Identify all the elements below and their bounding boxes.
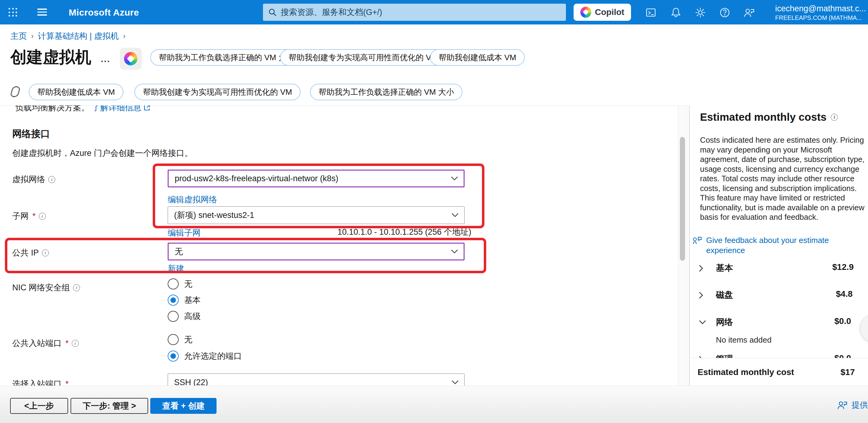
copilot-outline-icon	[8, 84, 23, 99]
previous-step-button[interactable]: <上一步	[10, 398, 68, 414]
subnet-dropdown[interactable]: (新项) snet-westus2-1	[168, 206, 465, 224]
scrollbar-thumb[interactable]	[680, 137, 685, 261]
radio-selected-icon	[168, 350, 179, 362]
cost-panel-description: Costs indicated here are estimates only.…	[700, 135, 868, 222]
next-step-button[interactable]: 下一步: 管理 >	[70, 398, 148, 414]
breadcrumb: 主页 › 计算基础结构 | 虚拟机 ›	[10, 31, 126, 41]
external-link-icon	[143, 106, 151, 112]
azure-portal: Microsoft Azure 搜索资源、服务和文档(G+/) Copilot	[0, 0, 868, 423]
suggestion-pill-low-cost[interactable]: 帮助我创建低成本 VM	[430, 49, 525, 66]
learn-more-link[interactable]: 了解详细信息	[92, 106, 142, 113]
brand-title: Microsoft Azure	[69, 7, 139, 18]
cost-row-disk[interactable]: 磁盘 $4.8	[691, 289, 868, 301]
panel-divider	[689, 106, 690, 386]
public-ip-dropdown[interactable]: 无	[168, 243, 465, 260]
public-ip-label: 公共 IP	[12, 247, 49, 258]
total-cost-label: Estimated monthly cost	[698, 367, 794, 377]
chevron-down-icon	[451, 249, 458, 254]
vnet-dropdown[interactable]: prod-usw2-k8s-freeleaps-virtual-networ (…	[168, 170, 465, 187]
suggestion-pill-vm-size-2[interactable]: 帮助我为工作负载选择正确的 VM 大小	[310, 84, 462, 100]
feedback-person-icon[interactable]	[743, 6, 755, 19]
account-email: icecheng@mathmast.c...	[775, 4, 868, 14]
feedback-person-icon	[837, 400, 848, 410]
radio-selected-icon	[168, 294, 179, 306]
inbound-option-allow-selected[interactable]: 允许选定的端口	[168, 350, 242, 362]
suggestion-pill-high-availability[interactable]: 帮助我创建专为实现高可用性而优化的 VM	[280, 49, 446, 66]
radio-icon	[168, 334, 179, 345]
nsg-option-basic[interactable]: 基本	[168, 294, 201, 306]
inbound-ports-label: 公共入站端口*	[12, 338, 79, 349]
intro-text-clipped: 负载均衡解决方案。	[15, 106, 90, 113]
chevron-down-icon	[451, 176, 458, 181]
radio-icon	[168, 278, 179, 289]
cost-row-basic[interactable]: 基本 $12.9	[691, 262, 868, 275]
settings-gear-icon[interactable]	[694, 6, 707, 19]
copilot-tile-button[interactable]	[120, 48, 142, 70]
info-icon[interactable]	[73, 284, 80, 291]
info-icon[interactable]	[72, 340, 79, 347]
edit-vnet-link[interactable]: 编辑虚拟网络	[168, 194, 217, 205]
chevron-down-icon	[452, 213, 459, 218]
notifications-bell-icon[interactable]	[670, 6, 682, 19]
more-menu-button[interactable]: ...	[101, 54, 110, 64]
section-title: 网络接口	[12, 128, 50, 140]
app-launcher-icon[interactable]	[8, 8, 18, 17]
suggestion-pill-low-cost-2[interactable]: 帮助我创建低成本 VM	[29, 84, 123, 100]
form-scroll-area: 负载均衡解决方案。 了解详细信息 网络接口 创建虚拟机时，Azure 门户会创建…	[0, 106, 677, 386]
chevron-right-icon	[698, 291, 704, 300]
suggestion-pill-high-availability-2[interactable]: 帮助我创建专为实现高可用性而优化的 VM	[134, 84, 301, 100]
account-tenant: FREELEAPS.COM (MATHMA...	[775, 14, 868, 22]
select-ports-value: SSH (22)	[174, 378, 208, 386]
subnet-address-range: 10.10.1.0 - 10.10.1.255 (256 个地址)	[338, 226, 471, 237]
cost-panel-separator	[691, 358, 868, 358]
nsg-option-advanced[interactable]: 高级	[168, 311, 201, 322]
info-icon[interactable]	[42, 249, 49, 256]
select-ports-dropdown[interactable]: SSH (22)	[168, 373, 465, 386]
public-ip-value: 无	[175, 246, 183, 257]
global-search-input[interactable]: 搜索资源、服务和文档(G+/)	[263, 4, 566, 21]
info-icon[interactable]	[48, 176, 55, 183]
page-title: 创建虚拟机	[10, 47, 91, 68]
info-icon[interactable]	[831, 114, 838, 121]
chevron-down-icon	[698, 319, 707, 325]
copilot-button[interactable]: Copilot	[574, 4, 631, 21]
radio-icon	[168, 311, 179, 322]
cost-row-manage-clipped[interactable]: 管理 $0.0	[691, 353, 868, 358]
review-create-button[interactable]: 查看 + 创建	[150, 398, 217, 414]
inbound-option-none[interactable]: 无	[168, 334, 192, 345]
copilot-logo-icon	[124, 52, 137, 65]
cost-network-note: No items added	[716, 335, 772, 345]
estimated-costs-panel: Estimated monthly costs Costs indicated …	[691, 106, 868, 386]
give-feedback-link[interactable]: Give feedback about your estimate experi…	[692, 235, 834, 255]
search-placeholder: 搜索资源、服务和文档(G+/)	[281, 7, 382, 18]
vnet-value: prod-usw2-k8s-freeleaps-virtual-networ (…	[175, 174, 338, 184]
vnet-label: 虚拟网络	[12, 174, 55, 185]
select-ports-label: 选择入站端口*	[12, 378, 69, 386]
cost-panel-title: Estimated monthly costs	[700, 111, 838, 123]
total-cost-value: $17	[840, 367, 859, 377]
breadcrumb-separator: ›	[31, 32, 34, 40]
help-icon[interactable]	[718, 6, 731, 19]
breadcrumb-home[interactable]: 主页	[10, 31, 27, 41]
subnet-value: (新项) snet-westus2-1	[174, 210, 254, 221]
hamburger-menu-icon[interactable]	[37, 8, 47, 16]
chevron-down-icon	[452, 380, 459, 385]
nsg-label: NIC 网络安全组	[12, 282, 80, 293]
wizard-footer: <上一步 下一步: 管理 > 查看 + 创建 提供反馈	[0, 386, 868, 423]
chevron-right-icon	[698, 264, 704, 273]
breadcrumb-separator: ›	[123, 32, 126, 40]
breadcrumb-virtual-machines[interactable]: 计算基础结构 | 虚拟机	[38, 31, 119, 41]
copilot-label: Copilot	[595, 7, 624, 17]
feedback-bubbles-icon	[692, 235, 703, 246]
cloud-shell-icon[interactable]	[645, 6, 657, 19]
chevron-right-icon	[698, 355, 704, 358]
edit-subnet-link[interactable]: 编辑子网	[168, 227, 201, 238]
nsg-option-none[interactable]: 无	[168, 278, 192, 289]
cost-row-network[interactable]: 网络 $0.0	[691, 316, 868, 329]
footer-feedback-link[interactable]: 提供反馈	[837, 399, 868, 411]
info-icon[interactable]	[39, 213, 46, 220]
top-bar: Microsoft Azure 搜索资源、服务和文档(G+/) Copilot	[0, 0, 868, 24]
account-info[interactable]: icecheng@mathmast.c... FREELEAPS.COM (MA…	[775, 4, 868, 22]
subnet-label: 子网*	[12, 210, 46, 222]
create-new-public-ip-link[interactable]: 新建	[168, 263, 184, 274]
